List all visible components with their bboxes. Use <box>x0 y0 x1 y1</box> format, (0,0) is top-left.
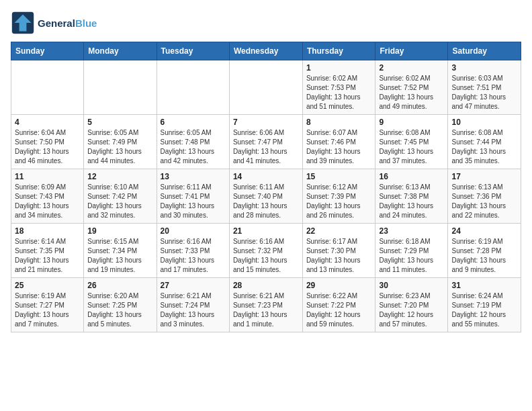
day-info: Sunrise: 6:21 AM Sunset: 7:24 PM Dayligh… <box>161 291 226 329</box>
day-of-week-header: Wednesday <box>229 42 302 60</box>
calendar-cell: 14Sunrise: 6:11 AM Sunset: 7:40 PM Dayli… <box>229 169 302 224</box>
calendar-cell: 21Sunrise: 6:16 AM Sunset: 7:32 PM Dayli… <box>229 224 302 278</box>
day-number: 27 <box>161 281 226 290</box>
day-number: 30 <box>379 281 444 290</box>
day-of-week-header: Monday <box>84 42 157 60</box>
day-number: 25 <box>15 281 80 290</box>
day-info: Sunrise: 6:18 AM Sunset: 7:29 PM Dayligh… <box>379 237 444 275</box>
day-number: 31 <box>451 281 517 290</box>
calendar-cell: 4Sunrise: 6:04 AM Sunset: 7:50 PM Daylig… <box>11 115 84 169</box>
day-info: Sunrise: 6:17 AM Sunset: 7:30 PM Dayligh… <box>306 237 372 275</box>
calendar-week-row: 1Sunrise: 6:02 AM Sunset: 7:53 PM Daylig… <box>11 60 521 115</box>
day-info: Sunrise: 6:09 AM Sunset: 7:43 PM Dayligh… <box>15 183 80 220</box>
day-number: 14 <box>233 172 299 181</box>
calendar-cell: 25Sunrise: 6:19 AM Sunset: 7:27 PM Dayli… <box>11 278 84 332</box>
day-number: 9 <box>379 118 444 127</box>
day-number: 13 <box>161 172 226 181</box>
calendar-cell: 28Sunrise: 6:21 AM Sunset: 7:23 PM Dayli… <box>229 278 302 332</box>
day-info: Sunrise: 6:11 AM Sunset: 7:40 PM Dayligh… <box>233 183 299 220</box>
calendar-cell <box>84 60 157 115</box>
day-info: Sunrise: 6:02 AM Sunset: 7:52 PM Dayligh… <box>379 74 444 111</box>
day-number: 7 <box>233 118 299 127</box>
calendar-cell: 23Sunrise: 6:18 AM Sunset: 7:29 PM Dayli… <box>375 224 448 278</box>
day-of-week-header: Sunday <box>11 42 84 60</box>
day-number: 17 <box>451 172 517 181</box>
calendar-cell: 10Sunrise: 6:08 AM Sunset: 7:44 PM Dayli… <box>448 115 521 169</box>
calendar-cell: 27Sunrise: 6:21 AM Sunset: 7:24 PM Dayli… <box>157 278 229 332</box>
day-number: 24 <box>451 226 517 236</box>
day-number: 22 <box>306 226 372 236</box>
calendar-cell: 6Sunrise: 6:05 AM Sunset: 7:48 PM Daylig… <box>157 115 229 169</box>
calendar-cell <box>157 60 229 115</box>
calendar-cell: 26Sunrise: 6:20 AM Sunset: 7:25 PM Dayli… <box>84 278 157 332</box>
logo-text: GeneralBlue <box>38 17 97 29</box>
day-number: 20 <box>161 226 226 236</box>
day-number: 5 <box>87 118 152 127</box>
day-number: 11 <box>15 172 80 181</box>
day-info: Sunrise: 6:05 AM Sunset: 7:49 PM Dayligh… <box>87 128 152 166</box>
calendar-cell: 5Sunrise: 6:05 AM Sunset: 7:49 PM Daylig… <box>84 115 157 169</box>
page-header: GeneralBlue <box>11 11 521 35</box>
day-info: Sunrise: 6:06 AM Sunset: 7:47 PM Dayligh… <box>233 128 299 166</box>
calendar-cell: 16Sunrise: 6:13 AM Sunset: 7:38 PM Dayli… <box>375 169 448 224</box>
day-of-week-header: Tuesday <box>157 42 229 60</box>
day-of-week-header: Friday <box>375 42 448 60</box>
day-info: Sunrise: 6:23 AM Sunset: 7:20 PM Dayligh… <box>379 291 444 329</box>
day-info: Sunrise: 6:04 AM Sunset: 7:50 PM Dayligh… <box>15 128 80 166</box>
calendar-cell: 13Sunrise: 6:11 AM Sunset: 7:41 PM Dayli… <box>157 169 229 224</box>
day-number: 2 <box>379 63 444 73</box>
day-number: 4 <box>15 118 80 127</box>
day-number: 18 <box>15 226 80 236</box>
day-number: 10 <box>451 118 517 127</box>
day-info: Sunrise: 6:12 AM Sunset: 7:39 PM Dayligh… <box>306 183 372 220</box>
calendar-cell: 9Sunrise: 6:08 AM Sunset: 7:45 PM Daylig… <box>375 115 448 169</box>
day-of-week-header: Saturday <box>448 42 521 60</box>
calendar-cell: 11Sunrise: 6:09 AM Sunset: 7:43 PM Dayli… <box>11 169 84 224</box>
day-number: 1 <box>306 63 372 73</box>
calendar-cell: 17Sunrise: 6:13 AM Sunset: 7:36 PM Dayli… <box>448 169 521 224</box>
day-info: Sunrise: 6:07 AM Sunset: 7:46 PM Dayligh… <box>306 128 372 166</box>
day-info: Sunrise: 6:24 AM Sunset: 7:19 PM Dayligh… <box>451 291 517 329</box>
calendar-cell: 24Sunrise: 6:19 AM Sunset: 7:28 PM Dayli… <box>448 224 521 278</box>
calendar-cell: 8Sunrise: 6:07 AM Sunset: 7:46 PM Daylig… <box>302 115 375 169</box>
calendar-week-row: 25Sunrise: 6:19 AM Sunset: 7:27 PM Dayli… <box>11 278 521 332</box>
calendar-week-row: 4Sunrise: 6:04 AM Sunset: 7:50 PM Daylig… <box>11 115 521 169</box>
day-info: Sunrise: 6:13 AM Sunset: 7:38 PM Dayligh… <box>379 183 444 220</box>
calendar-cell: 20Sunrise: 6:16 AM Sunset: 7:33 PM Dayli… <box>157 224 229 278</box>
day-info: Sunrise: 6:10 AM Sunset: 7:42 PM Dayligh… <box>87 183 152 220</box>
calendar-cell: 2Sunrise: 6:02 AM Sunset: 7:52 PM Daylig… <box>375 60 448 115</box>
day-number: 3 <box>451 63 517 73</box>
calendar-cell: 29Sunrise: 6:22 AM Sunset: 7:22 PM Dayli… <box>302 278 375 332</box>
day-info: Sunrise: 6:08 AM Sunset: 7:45 PM Dayligh… <box>379 128 444 166</box>
calendar-cell <box>229 60 302 115</box>
calendar-cell: 3Sunrise: 6:03 AM Sunset: 7:51 PM Daylig… <box>448 60 521 115</box>
calendar-week-row: 11Sunrise: 6:09 AM Sunset: 7:43 PM Dayli… <box>11 169 521 224</box>
logo: GeneralBlue <box>11 11 97 35</box>
day-info: Sunrise: 6:08 AM Sunset: 7:44 PM Dayligh… <box>451 128 517 166</box>
day-number: 19 <box>87 226 152 236</box>
calendar-cell: 31Sunrise: 6:24 AM Sunset: 7:19 PM Dayli… <box>448 278 521 332</box>
day-number: 16 <box>379 172 444 181</box>
calendar-cell: 22Sunrise: 6:17 AM Sunset: 7:30 PM Dayli… <box>302 224 375 278</box>
calendar-cell <box>11 60 84 115</box>
day-info: Sunrise: 6:02 AM Sunset: 7:53 PM Dayligh… <box>306 74 372 111</box>
day-info: Sunrise: 6:11 AM Sunset: 7:41 PM Dayligh… <box>161 183 226 220</box>
day-info: Sunrise: 6:19 AM Sunset: 7:27 PM Dayligh… <box>15 291 80 329</box>
calendar-cell: 18Sunrise: 6:14 AM Sunset: 7:35 PM Dayli… <box>11 224 84 278</box>
day-info: Sunrise: 6:16 AM Sunset: 7:32 PM Dayligh… <box>233 237 299 275</box>
day-number: 21 <box>233 226 299 236</box>
day-info: Sunrise: 6:19 AM Sunset: 7:28 PM Dayligh… <box>451 237 517 275</box>
day-info: Sunrise: 6:05 AM Sunset: 7:48 PM Dayligh… <box>161 128 226 166</box>
calendar-cell: 15Sunrise: 6:12 AM Sunset: 7:39 PM Dayli… <box>302 169 375 224</box>
day-info: Sunrise: 6:16 AM Sunset: 7:33 PM Dayligh… <box>161 237 226 275</box>
days-of-week-row: SundayMondayTuesdayWednesdayThursdayFrid… <box>11 42 521 60</box>
day-number: 8 <box>306 118 372 127</box>
day-number: 6 <box>161 118 226 127</box>
calendar-cell: 30Sunrise: 6:23 AM Sunset: 7:20 PM Dayli… <box>375 278 448 332</box>
day-number: 23 <box>379 226 444 236</box>
calendar-cell: 1Sunrise: 6:02 AM Sunset: 7:53 PM Daylig… <box>302 60 375 115</box>
day-number: 29 <box>306 281 372 290</box>
calendar-cell: 19Sunrise: 6:15 AM Sunset: 7:34 PM Dayli… <box>84 224 157 278</box>
calendar-body: 1Sunrise: 6:02 AM Sunset: 7:53 PM Daylig… <box>11 60 521 332</box>
day-number: 15 <box>306 172 372 181</box>
